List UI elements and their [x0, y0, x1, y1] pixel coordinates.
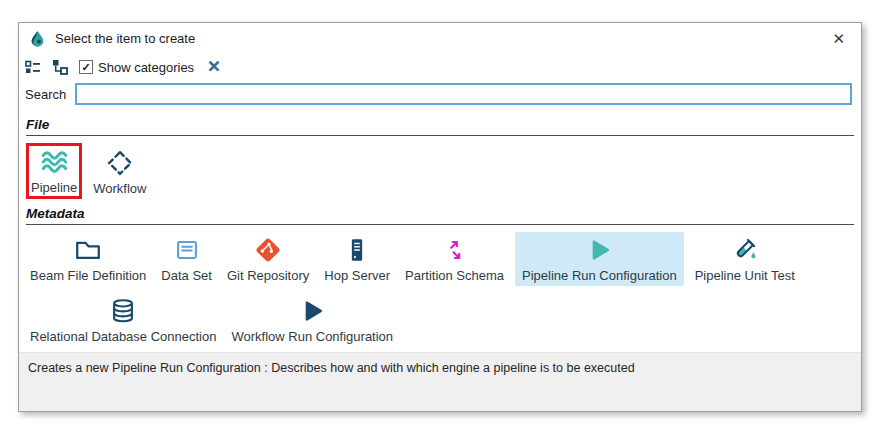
play-teal-icon — [584, 235, 614, 265]
title-bar: Select the item to create ✕ — [19, 23, 861, 54]
metadata-items-row-1: Beam File Definition Data Set — [26, 232, 854, 286]
metadata-items-row-2: Relational Database Connection Workflow … — [26, 293, 854, 347]
item-label: Data Set — [161, 268, 212, 283]
item-pipeline-unit-test[interactable]: Pipeline Unit Test — [691, 232, 799, 286]
tree-view-icon — [52, 59, 68, 75]
clear-filter-icon[interactable]: ✕ — [207, 59, 220, 75]
arrows-icon — [440, 235, 470, 265]
hop-logo-icon — [29, 30, 46, 47]
item-label: Workflow — [93, 181, 146, 196]
item-git-repository[interactable]: Git Repository — [223, 232, 313, 286]
item-hop-server[interactable]: Hop Server — [320, 232, 394, 286]
folder-icon — [73, 235, 103, 265]
item-list: File Pipeline Workflow Met — [19, 117, 861, 354]
item-beam-file-definition[interactable]: Beam File Definition — [26, 232, 150, 286]
server-icon — [342, 235, 372, 265]
item-label: Pipeline Run Configuration — [522, 268, 677, 283]
search-input[interactable] — [75, 83, 852, 105]
list-view-button[interactable] — [25, 58, 43, 76]
item-label: Beam File Definition — [30, 268, 146, 283]
item-label: Pipeline — [31, 180, 77, 195]
tree-view-button[interactable] — [52, 58, 70, 76]
item-label: Git Repository — [227, 268, 309, 283]
item-pipeline-run-configuration[interactable]: Pipeline Run Configuration — [515, 232, 684, 286]
search-label: Search — [25, 87, 66, 102]
git-icon — [253, 235, 283, 265]
note-icon — [172, 235, 202, 265]
toolbar: ✓ Show categories ✕ — [19, 54, 861, 80]
status-bar: Creates a new Pipeline Run Configuration… — [19, 352, 861, 411]
category-header-metadata: Metadata — [26, 206, 854, 225]
list-view-icon — [25, 59, 41, 75]
workflow-icon — [105, 148, 135, 178]
item-label: Partition Schema — [405, 268, 504, 283]
item-partition-schema[interactable]: Partition Schema — [401, 232, 508, 286]
checkbox-check-icon: ✓ — [79, 60, 93, 74]
select-item-dialog: Select the item to create ✕ ✓ Show categ… — [18, 22, 862, 412]
search-row: Search — [19, 80, 861, 110]
file-items-row: Pipeline Workflow — [26, 143, 854, 199]
item-workflow[interactable]: Workflow — [89, 145, 150, 199]
dialog-title: Select the item to create — [55, 31, 195, 46]
item-workflow-run-configuration[interactable]: Workflow Run Configuration — [227, 293, 397, 347]
item-label: Pipeline Unit Test — [695, 268, 795, 283]
show-categories-checkbox[interactable]: ✓ Show categories — [79, 60, 194, 75]
category-header-file: File — [26, 117, 854, 136]
database-icon — [108, 296, 138, 326]
item-data-set[interactable]: Data Set — [157, 232, 216, 286]
close-icon[interactable]: ✕ — [828, 29, 849, 48]
play-navy-icon — [297, 296, 327, 326]
item-pipeline[interactable]: Pipeline — [26, 143, 82, 199]
status-text: Creates a new Pipeline Run Configuration… — [28, 361, 635, 375]
item-label: Hop Server — [324, 268, 390, 283]
pipeline-icon — [39, 147, 69, 177]
item-label: Workflow Run Configuration — [231, 329, 393, 344]
item-relational-database-connection[interactable]: Relational Database Connection — [26, 293, 220, 347]
item-label: Relational Database Connection — [30, 329, 216, 344]
show-categories-label: Show categories — [98, 60, 194, 75]
test-tube-icon — [730, 235, 760, 265]
